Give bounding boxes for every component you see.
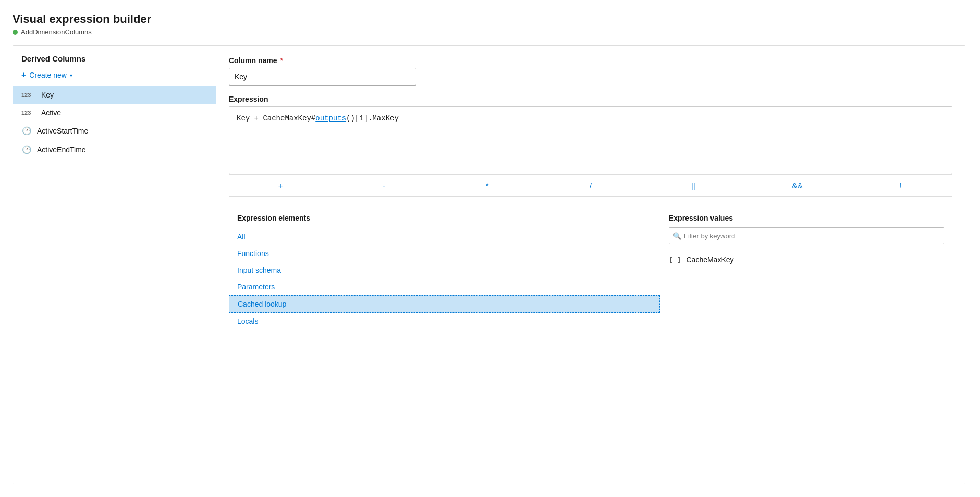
create-new-button[interactable]: + Create new ▾ — [13, 67, 216, 86]
cache-max-key-label[interactable]: CacheMaxKey — [686, 256, 733, 264]
operator-bar: + - * / || && ! — [229, 174, 952, 197]
subtitle: AddDimensionColumns — [21, 28, 92, 36]
element-input-schema[interactable]: Input schema — [229, 262, 660, 278]
operator-and[interactable]: && — [745, 179, 849, 192]
column-name-active: Active — [41, 108, 61, 117]
column-name-input[interactable] — [229, 68, 416, 86]
right-panel: Column name * Expression Key + CacheMaxK… — [216, 46, 965, 484]
list-item[interactable]: 🕐 ActiveStartTime — [13, 122, 216, 140]
expression-elements-panel: Expression elements All Functions Input … — [229, 205, 660, 484]
search-icon: 🔍 — [673, 232, 681, 240]
element-cached-lookup[interactable]: Cached lookup — [229, 295, 660, 313]
plus-icon: + — [21, 70, 26, 80]
page-title: Visual expression builder — [13, 13, 965, 26]
operator-multiply[interactable]: * — [436, 179, 539, 192]
element-all[interactable]: All — [229, 228, 660, 245]
cache-max-key-row: [ ] CacheMaxKey — [660, 251, 952, 268]
filter-input[interactable] — [669, 227, 944, 244]
element-parameters[interactable]: Parameters — [229, 278, 660, 295]
element-locals[interactable]: Locals — [229, 313, 660, 330]
operator-not[interactable]: ! — [849, 179, 952, 192]
operator-or[interactable]: || — [642, 179, 745, 192]
green-dot-icon — [13, 30, 18, 35]
list-item[interactable]: 123 Key — [13, 86, 216, 104]
array-icon: [ ] — [669, 256, 681, 264]
list-item[interactable]: 123 Active — [13, 104, 216, 122]
operator-divide[interactable]: / — [539, 179, 642, 192]
filter-input-wrapper: 🔍 — [669, 227, 944, 244]
expression-elements-title: Expression elements — [229, 214, 660, 228]
clock-icon: 🕐 — [21, 145, 32, 154]
clock-icon: 🕐 — [21, 126, 32, 136]
column-name-activestarttime: ActiveStartTime — [37, 127, 88, 135]
expression-editor[interactable]: Key + CacheMaxKey#outputs()[1].MaxKey — [229, 106, 952, 174]
column-name-activeendtime: ActiveEndTime — [37, 146, 86, 154]
expression-values-title: Expression values — [660, 214, 952, 227]
left-panel: Derived Columns + Create new ▾ 123 Key 1… — [13, 46, 216, 484]
list-item[interactable]: 🕐 ActiveEndTime — [13, 140, 216, 159]
column-name-key: Key — [41, 91, 54, 99]
column-name-label: Column name * — [229, 56, 952, 65]
bottom-section: Expression elements All Functions Input … — [229, 205, 952, 484]
element-functions[interactable]: Functions — [229, 245, 660, 262]
column-list: 123 Key 123 Active 🕐 ActiveStartTime 🕐 A… — [13, 86, 216, 484]
expression-label: Expression — [229, 95, 952, 103]
operator-minus[interactable]: - — [332, 179, 435, 192]
type-badge-key: 123 — [21, 92, 36, 98]
required-star: * — [278, 56, 283, 65]
expression-values-panel: Expression values 🔍 [ ] CacheMaxKey — [660, 205, 952, 484]
operator-plus[interactable]: + — [229, 179, 332, 192]
expression-link[interactable]: outputs — [315, 114, 346, 123]
derived-columns-title: Derived Columns — [13, 54, 216, 67]
chevron-down-icon: ▾ — [70, 72, 72, 78]
create-new-label: Create new — [29, 71, 67, 79]
type-badge-active: 123 — [21, 110, 36, 116]
expression-text: Key + CacheMaxKey#outputs()[1].MaxKey — [237, 114, 399, 123]
